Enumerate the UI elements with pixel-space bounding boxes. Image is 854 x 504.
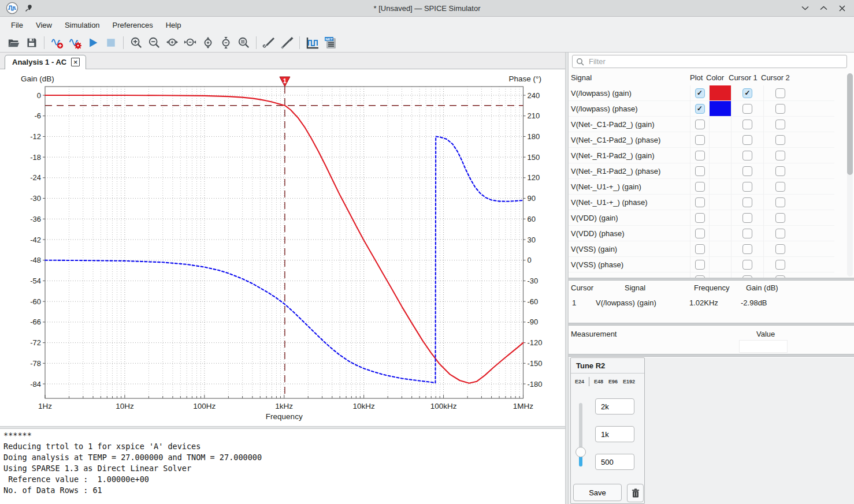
show-netlist-button[interactable]: NET: [321, 35, 339, 51]
cursor2-checkbox[interactable]: [775, 182, 785, 192]
menu-preferences[interactable]: Preferences: [106, 18, 159, 32]
cursor1-checkbox[interactable]: [742, 151, 752, 160]
tab-close-icon[interactable]: ✕: [71, 58, 80, 66]
tab-e192[interactable]: E192: [623, 379, 635, 384]
simulation-command-button[interactable]: [303, 35, 321, 51]
minimize-button[interactable]: [800, 3, 810, 13]
cursor2-checkbox[interactable]: [775, 104, 785, 114]
cursor2-checkbox[interactable]: [775, 229, 785, 238]
cursor2-checkbox[interactable]: [775, 120, 785, 129]
cursor1-checkbox[interactable]: [742, 244, 752, 254]
plot-checkbox[interactable]: [695, 229, 705, 238]
signal-row[interactable]: V(Net-_R1-Pad2_) (phase): [569, 163, 834, 179]
menu-view[interactable]: View: [29, 18, 58, 32]
cursor1-checkbox[interactable]: [742, 182, 752, 192]
signal-row[interactable]: V(Net-_R1-Pad2_) (gain): [569, 148, 834, 163]
filter-input[interactable]: [588, 57, 843, 66]
signal-row[interactable]: V(VSS) (phase): [569, 257, 834, 272]
signal-row[interactable]: V(Net-_U1-+_) (phase): [569, 195, 834, 210]
cursor-section-splitter[interactable]: [569, 278, 854, 281]
window-title: * [Unsaved] — SPICE Simulator: [0, 4, 854, 13]
signal-row[interactable]: V(VDD) (gain): [569, 210, 834, 226]
color-cell: [709, 163, 731, 179]
tab-e24[interactable]: E24: [575, 379, 584, 384]
signal-row[interactable]: V(Net-_C1-Pad2_) (gain): [569, 117, 834, 132]
cursor2-checkbox[interactable]: [775, 213, 785, 223]
close-button[interactable]: [837, 3, 847, 13]
tab-e96[interactable]: E96: [608, 379, 618, 384]
zoom-out-button[interactable]: [145, 35, 163, 51]
cursor1-checkbox[interactable]: [742, 104, 752, 114]
probe-signal-button[interactable]: [260, 35, 278, 51]
tune-component-button[interactable]: [278, 35, 296, 51]
signal-row[interactable]: V(Net-_C1-Pad2_) (phase): [569, 132, 834, 148]
open-workbook-button[interactable]: [5, 35, 23, 51]
signal-list-scrollbar[interactable]: [847, 73, 853, 277]
plot-checkbox[interactable]: [695, 120, 705, 129]
color-swatch[interactable]: [710, 101, 731, 116]
zoom-in-button[interactable]: [127, 35, 145, 51]
cursor1-cell: [731, 226, 763, 241]
tab-analysis-1-ac[interactable]: Analysis 1 - AC ✕: [5, 55, 86, 69]
save-workbook-button[interactable]: [23, 35, 40, 51]
plot-checkbox[interactable]: [695, 135, 705, 145]
cursor2-checkbox[interactable]: [775, 151, 785, 160]
scrollbar-thumb[interactable]: [847, 73, 853, 175]
tune-value-input[interactable]: [595, 426, 634, 442]
maximize-button[interactable]: [818, 3, 829, 13]
plot-checkbox[interactable]: [695, 104, 705, 114]
plot-checkbox[interactable]: [695, 197, 705, 207]
measurement-empty-row[interactable]: [739, 340, 788, 353]
cursor1-checkbox[interactable]: [742, 88, 752, 98]
tune-min-input[interactable]: [595, 454, 634, 470]
cursor1-checkbox[interactable]: [742, 260, 752, 270]
menu-simulation[interactable]: Simulation: [58, 18, 106, 32]
signal-row[interactable]: V(/lowpass) (gain): [569, 85, 834, 101]
cursor1-checkbox[interactable]: [742, 213, 752, 223]
plot-checkbox[interactable]: [695, 166, 705, 176]
plot-checkbox[interactable]: [695, 88, 705, 98]
stop-simulation-button[interactable]: [102, 35, 120, 51]
tune-slider-thumb[interactable]: [575, 447, 586, 457]
tune-section-splitter[interactable]: [569, 354, 854, 357]
zoom-in-horizontally-button[interactable]: [163, 35, 181, 51]
plot-checkbox[interactable]: [695, 182, 705, 192]
cursor2-checkbox[interactable]: [775, 135, 785, 145]
cursor1-checkbox[interactable]: [742, 135, 752, 145]
color-swatch[interactable]: [710, 85, 731, 100]
bode-plot[interactable]: 0-6-12-18-24-30-36-42-48-54-60-66-72-78-…: [0, 69, 565, 426]
tune-slider[interactable]: [579, 403, 582, 466]
new-analysis-tab-button[interactable]: [48, 35, 66, 51]
measurement-section-splitter[interactable]: [569, 323, 854, 326]
tab-e48[interactable]: E48: [594, 379, 603, 384]
zoom-in-vertically-button[interactable]: [199, 35, 217, 51]
cursor2-checkbox[interactable]: [775, 244, 785, 254]
cursor2-checkbox[interactable]: [775, 88, 785, 98]
plot-checkbox[interactable]: [695, 213, 705, 223]
cursor2-checkbox[interactable]: [775, 166, 785, 176]
zoom-to-fit-button[interactable]: [235, 35, 253, 51]
cursor2-checkbox[interactable]: [775, 260, 785, 270]
save-button[interactable]: Save: [573, 484, 622, 501]
signal-row[interactable]: V(VDD) (phase): [569, 226, 834, 241]
menu-file[interactable]: File: [5, 18, 29, 32]
signal-row[interactable]: V(/lowpass) (phase): [569, 101, 834, 117]
delete-tune-button[interactable]: [627, 484, 644, 502]
tune-max-input[interactable]: [595, 398, 634, 415]
run-simulation-button[interactable]: [84, 35, 102, 51]
cursor1-checkbox[interactable]: [742, 120, 752, 129]
menu-help[interactable]: Help: [159, 18, 188, 32]
plot-checkbox[interactable]: [695, 244, 705, 254]
cursor1-checkbox[interactable]: [742, 229, 752, 238]
signal-row[interactable]: V(VSS) (gain): [569, 241, 834, 257]
cursor1-checkbox[interactable]: [742, 197, 752, 207]
signal-row[interactable]: I(C1) (gain): [569, 272, 834, 278]
simulation-settings-button[interactable]: [66, 35, 84, 51]
cursor2-checkbox[interactable]: [775, 197, 785, 207]
plot-checkbox[interactable]: [695, 260, 705, 270]
signal-row[interactable]: V(Net-_U1-+_) (gain): [569, 179, 834, 195]
plot-checkbox[interactable]: [695, 151, 705, 160]
cursor1-checkbox[interactable]: [742, 166, 752, 176]
zoom-out-vertically-button[interactable]: [217, 35, 235, 51]
zoom-out-horizontally-button[interactable]: [181, 35, 199, 51]
